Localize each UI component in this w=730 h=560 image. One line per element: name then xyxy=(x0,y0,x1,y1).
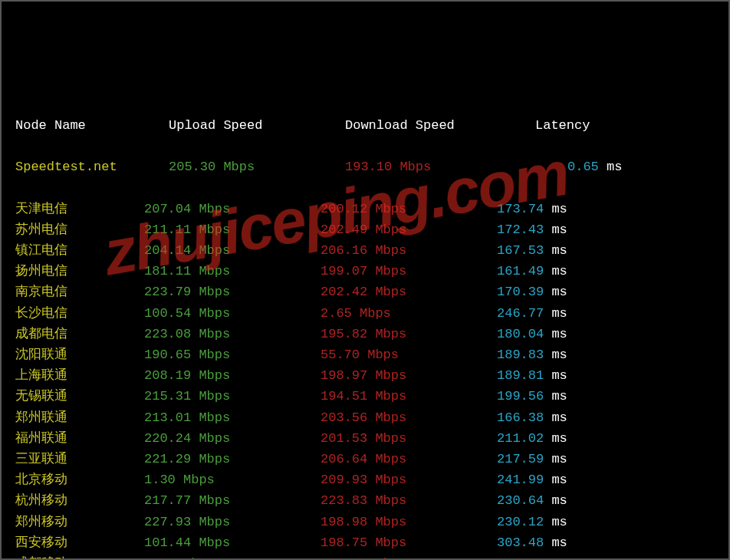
node-name: 南京电信 xyxy=(15,282,144,302)
node-name: 郑州联通 xyxy=(15,407,144,428)
upload-speed: 205.30 Mbps xyxy=(169,156,345,177)
table-row: 郑州移动227.93 Mbps198.98 Mbps230.12 ms xyxy=(15,512,715,532)
node-name: 天津电信 xyxy=(15,199,144,219)
upload-speed: 223.08 Mbps xyxy=(144,324,321,344)
download-speed: 199.07 Mbps xyxy=(321,261,497,282)
header-upload: Upload Speed xyxy=(169,115,345,136)
node-name: 上海联通 xyxy=(15,365,144,386)
latency-unit: ms xyxy=(544,348,567,362)
latency-value: 161.49 xyxy=(497,264,544,278)
upload-speed: 217.77 Mbps xyxy=(144,490,321,511)
node-name: 成都电信 xyxy=(15,324,144,344)
latency-unit: ms xyxy=(544,285,567,299)
download-speed: 202.49 Mbps xyxy=(321,219,497,240)
download-speed: 193.10 Mbps xyxy=(345,156,567,177)
latency-unit: ms xyxy=(544,535,567,550)
download-speed: 206.16 Mbps xyxy=(321,240,497,261)
latency-value: 303.48 xyxy=(497,535,544,550)
latency-unit: ms xyxy=(544,327,567,341)
latency-unit: ms xyxy=(544,431,567,446)
download-speed: 55.70 Mbps xyxy=(321,344,497,365)
latency-unit: ms xyxy=(544,410,567,425)
latency-unit: ms xyxy=(544,556,567,560)
download-speed: 209.93 Mbps xyxy=(321,469,497,490)
latency-unit: ms xyxy=(544,389,567,404)
download-speed: 192.64 Mbps xyxy=(321,553,497,560)
download-speed: 194.51 Mbps xyxy=(321,386,497,407)
latency-value: 189.81 xyxy=(497,368,544,383)
table-row: 成都电信223.08 Mbps195.82 Mbps180.04 ms xyxy=(15,324,715,344)
upload-speed: 204.14 Mbps xyxy=(144,240,321,261)
upload-speed: 207.04 Mbps xyxy=(144,199,321,219)
table-row: 三亚联通221.29 Mbps206.64 Mbps217.59 ms xyxy=(15,449,715,469)
latency-value: 173.74 xyxy=(497,202,544,216)
latency-value: 166.38 xyxy=(497,410,544,425)
download-speed: 223.83 Mbps xyxy=(321,490,497,511)
latency-value: 172.43 xyxy=(497,222,544,237)
node-name: 长沙电信 xyxy=(15,303,144,324)
download-speed: 195.82 Mbps xyxy=(321,324,497,344)
latency-unit: ms xyxy=(544,368,567,383)
upload-speed: 2.38 Mbps xyxy=(144,553,321,560)
upload-speed: 215.31 Mbps xyxy=(144,386,321,407)
header-node: Node Name xyxy=(15,115,169,136)
download-speed: 198.75 Mbps xyxy=(321,532,497,553)
upload-speed: 1.30 Mbps xyxy=(144,469,321,490)
latency-unit: ms xyxy=(544,243,567,258)
upload-speed: 208.19 Mbps xyxy=(144,365,321,386)
download-speed: 203.56 Mbps xyxy=(321,407,497,428)
upload-speed: 227.93 Mbps xyxy=(144,512,321,532)
latency-value: 230.64 xyxy=(497,493,544,508)
table-row: 成都移动2.38 Mbps192.64 Mbps256.32 ms xyxy=(15,553,715,560)
latency-value: 199.56 xyxy=(497,389,544,404)
node-name: 郑州移动 xyxy=(15,512,144,532)
node-name: 镇江电信 xyxy=(15,240,144,261)
upload-speed: 100.54 Mbps xyxy=(144,303,321,324)
latency-value: 256.32 xyxy=(497,556,544,560)
table-row: 无锡联通215.31 Mbps194.51 Mbps199.56 ms xyxy=(15,386,715,407)
table-row: 苏州电信211.11 Mbps202.49 Mbps172.43 ms xyxy=(15,219,715,240)
upload-speed: 223.79 Mbps xyxy=(144,282,321,302)
upload-speed: 220.24 Mbps xyxy=(144,428,321,449)
download-speed: 201.53 Mbps xyxy=(321,428,497,449)
node-name: 杭州移动 xyxy=(15,490,144,511)
header-download: Download Speed xyxy=(345,115,535,136)
table-row: 天津电信207.04 Mbps200.12 Mbps173.74 ms xyxy=(15,199,715,219)
header-latency: Latency xyxy=(535,115,590,136)
latency-unit: ms xyxy=(544,222,567,237)
table-row: 南京电信223.79 Mbps202.42 Mbps170.39 ms xyxy=(15,282,715,302)
node-name: 扬州电信 xyxy=(15,261,144,282)
latency-unit: ms xyxy=(599,160,623,174)
table-row: 长沙电信100.54 Mbps2.65 Mbps246.77 ms xyxy=(15,303,715,324)
table-row: 福州联通220.24 Mbps201.53 Mbps211.02 ms xyxy=(15,428,715,449)
table-row: 西安移动101.44 Mbps198.75 Mbps303.48 ms xyxy=(15,532,715,553)
download-speed: 200.12 Mbps xyxy=(321,199,497,219)
latency-unit: ms xyxy=(544,473,567,487)
upload-speed: 211.11 Mbps xyxy=(144,219,321,240)
latency-unit: ms xyxy=(544,202,567,216)
latency-value: 180.04 xyxy=(497,327,544,341)
table-row: 扬州电信181.11 Mbps199.07 Mbps161.49 ms xyxy=(15,261,715,282)
node-name: 三亚联通 xyxy=(15,449,144,469)
node-name: 福州联通 xyxy=(15,428,144,449)
table-row: 镇江电信204.14 Mbps206.16 Mbps167.53 ms xyxy=(15,240,715,261)
table-header-row: Node NameUpload SpeedDownload SpeedLaten… xyxy=(15,115,715,136)
latency-value: 170.39 xyxy=(497,285,544,299)
node-name: 苏州电信 xyxy=(15,219,144,240)
download-speed: 198.97 Mbps xyxy=(321,365,497,386)
node-name: 无锡联通 xyxy=(15,386,144,407)
latency-value: 0.65 xyxy=(567,160,599,174)
node-name: 北京移动 xyxy=(15,469,144,490)
upload-speed: 181.11 Mbps xyxy=(144,261,321,282)
node-name: 成都移动 xyxy=(15,553,144,560)
latency-unit: ms xyxy=(544,452,567,466)
latency-value: 189.83 xyxy=(497,348,544,362)
speedtest-row: Speedtest.net205.30 Mbps193.10 Mbps0.65 … xyxy=(15,156,715,177)
latency-unit: ms xyxy=(544,493,567,508)
table-row: 沈阳联通190.65 Mbps55.70 Mbps189.83 ms xyxy=(15,344,715,365)
latency-unit: ms xyxy=(544,264,567,278)
upload-speed: 221.29 Mbps xyxy=(144,449,321,469)
latency-value: 246.77 xyxy=(497,306,544,321)
latency-value: 230.12 xyxy=(497,515,544,529)
latency-value: 241.99 xyxy=(497,473,544,487)
